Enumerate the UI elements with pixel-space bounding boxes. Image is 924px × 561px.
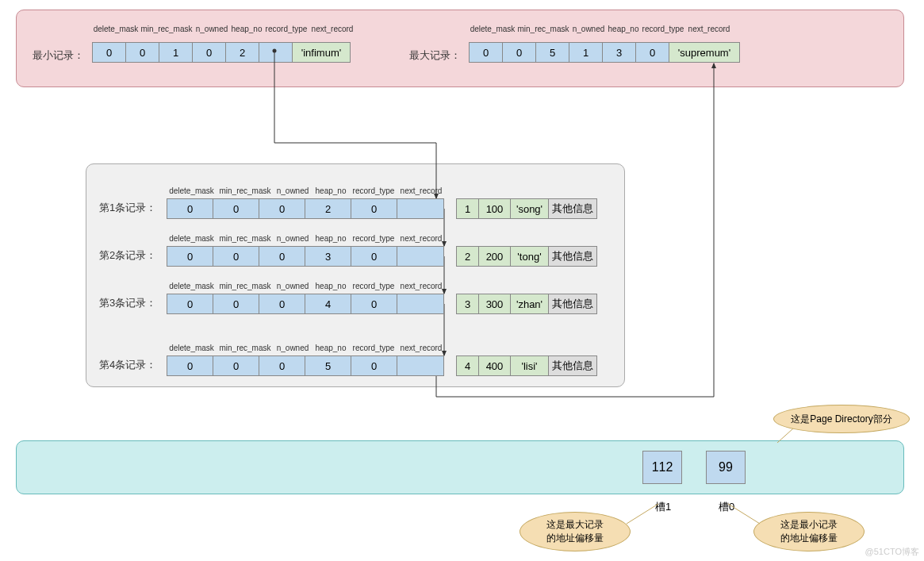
row-2-data-cells: 2200'tong'其他信息 — [456, 246, 597, 267]
max-record-cells: 0 0 5 1 3 0 'supremum' — [469, 42, 740, 63]
min-record-cells: 0 0 1 0 2 'infimum' — [92, 42, 351, 63]
row-1-headers: delete_maskmin_rec_maskn_ownedheap_norec… — [167, 186, 445, 195]
slot-0: 99 — [706, 451, 746, 484]
row-2-label: 第2条记录： — [99, 248, 156, 263]
boundary-records-panel: 最小记录： delete_mask min_rec_mask n_owned h… — [16, 10, 904, 87]
row-3-data-cells: 3300'zhan'其他信息 — [456, 294, 597, 314]
row-1-header-cells: 00020 — [167, 198, 444, 219]
row-3-headers: delete_maskmin_rec_maskn_ownedheap_norec… — [167, 282, 445, 290]
slot-1: 112 — [642, 451, 682, 484]
min-record-headers: delete_mask min_rec_mask n_owned heap_no… — [92, 25, 355, 33]
page-directory-panel — [16, 440, 904, 494]
slot-1-label: 槽1 — [655, 500, 671, 514]
row-4-label: 第4条记录： — [99, 358, 156, 372]
max-record-label: 最大记录： — [409, 48, 461, 63]
user-records-panel — [86, 163, 625, 387]
row-3-header-cells: 00040 — [167, 294, 444, 314]
watermark: @51CTO博客 — [865, 546, 919, 558]
row-1-label: 第1条记录： — [99, 201, 156, 215]
row-4-headers: delete_maskmin_rec_maskn_ownedheap_norec… — [167, 344, 445, 352]
row-2-header-cells: 00030 — [167, 246, 444, 267]
row-3-label: 第3条记录： — [99, 296, 156, 310]
row-4-header-cells: 00050 — [167, 355, 444, 376]
max-record-headers: delete_mask min_rec_mask n_owned heap_no… — [469, 25, 732, 33]
row-1-data-cells: 1100'song'其他信息 — [456, 198, 597, 219]
callout-page-directory: 这是Page Directory部分 — [773, 405, 910, 433]
callout-max-offset: 这是最大记录 的地址偏移量 — [520, 512, 631, 551]
slot-0-label: 槽0 — [719, 500, 734, 514]
callout-min-offset: 这是最小记录 的地址偏移量 — [753, 512, 865, 551]
row-2-headers: delete_maskmin_rec_maskn_ownedheap_norec… — [167, 234, 445, 243]
row-4-data-cells: 4400'lisi'其他信息 — [456, 355, 597, 376]
min-record-label: 最小记录： — [33, 48, 84, 63]
